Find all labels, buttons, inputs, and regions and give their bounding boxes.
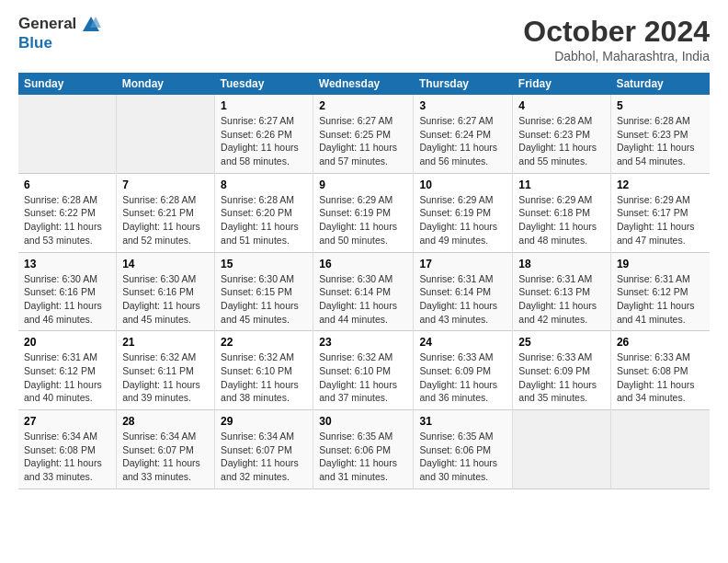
calendar-cell: 5Sunrise: 6:28 AM Sunset: 6:23 PM Daylig…: [610, 95, 710, 173]
day-info: Sunrise: 6:31 AM Sunset: 6:12 PM Dayligh…: [24, 350, 110, 405]
day-info: Sunrise: 6:33 AM Sunset: 6:09 PM Dayligh…: [518, 350, 605, 405]
calendar-cell: 20Sunrise: 6:31 AM Sunset: 6:12 PM Dayli…: [18, 331, 117, 410]
day-info: Sunrise: 6:34 AM Sunset: 6:08 PM Dayligh…: [24, 430, 110, 484]
calendar-cell: 15Sunrise: 6:30 AM Sunset: 6:15 PM Dayli…: [215, 252, 313, 331]
title-block: October 2024 Dabhol, Maharashtra, India: [523, 15, 710, 63]
day-info: Sunrise: 6:29 AM Sunset: 6:18 PM Dayligh…: [518, 193, 605, 247]
calendar-table: SundayMondayTuesdayWednesdayThursdayFrid…: [18, 73, 710, 489]
calendar-cell: 23Sunrise: 6:32 AM Sunset: 6:10 PM Dayli…: [313, 331, 414, 410]
calendar-cell: 28Sunrise: 6:34 AM Sunset: 6:07 PM Dayli…: [117, 410, 215, 489]
calendar-cell: 2Sunrise: 6:27 AM Sunset: 6:25 PM Daylig…: [313, 95, 414, 173]
day-number: 15: [221, 258, 307, 270]
day-number: 7: [122, 178, 209, 191]
day-info: Sunrise: 6:31 AM Sunset: 6:12 PM Dayligh…: [617, 272, 704, 327]
day-number: 21: [122, 336, 209, 349]
calendar-cell: 26Sunrise: 6:33 AM Sunset: 6:08 PM Dayli…: [610, 331, 710, 410]
calendar-cell: 16Sunrise: 6:30 AM Sunset: 6:14 PM Dayli…: [313, 252, 414, 331]
week-row-4: 20Sunrise: 6:31 AM Sunset: 6:12 PM Dayli…: [18, 331, 710, 410]
day-info: Sunrise: 6:28 AM Sunset: 6:20 PM Dayligh…: [221, 193, 307, 247]
day-info: Sunrise: 6:30 AM Sunset: 6:15 PM Dayligh…: [221, 272, 307, 327]
day-info: Sunrise: 6:32 AM Sunset: 6:10 PM Dayligh…: [221, 350, 307, 405]
week-row-3: 13Sunrise: 6:30 AM Sunset: 6:16 PM Dayli…: [18, 252, 710, 331]
day-info: Sunrise: 6:34 AM Sunset: 6:07 PM Dayligh…: [221, 430, 307, 484]
day-number: 16: [319, 258, 407, 270]
day-info: Sunrise: 6:32 AM Sunset: 6:10 PM Dayligh…: [319, 350, 407, 405]
day-number: 22: [221, 336, 307, 349]
day-info: Sunrise: 6:35 AM Sunset: 6:06 PM Dayligh…: [319, 430, 407, 484]
calendar-cell: 25Sunrise: 6:33 AM Sunset: 6:09 PM Dayli…: [513, 331, 611, 410]
col-header-sunday: Sunday: [18, 73, 117, 95]
day-number: 9: [319, 178, 407, 191]
day-info: Sunrise: 6:29 AM Sunset: 6:19 PM Dayligh…: [419, 193, 506, 247]
calendar-cell: 6Sunrise: 6:28 AM Sunset: 6:22 PM Daylig…: [18, 173, 117, 252]
calendar-cell: 18Sunrise: 6:31 AM Sunset: 6:13 PM Dayli…: [513, 252, 611, 331]
week-row-1: 1Sunrise: 6:27 AM Sunset: 6:26 PM Daylig…: [18, 95, 710, 173]
logo: General Blue: [18, 15, 101, 52]
col-header-saturday: Saturday: [610, 73, 710, 95]
calendar-cell: [18, 95, 117, 173]
calendar-cell: 21Sunrise: 6:32 AM Sunset: 6:11 PM Dayli…: [117, 331, 215, 410]
day-number: 20: [24, 336, 110, 349]
calendar-cell: [513, 410, 611, 489]
day-info: Sunrise: 6:31 AM Sunset: 6:14 PM Dayligh…: [419, 272, 506, 327]
day-number: 11: [518, 178, 605, 191]
week-row-2: 6Sunrise: 6:28 AM Sunset: 6:22 PM Daylig…: [18, 173, 710, 252]
header: General Blue October 2024 Dabhol, Mahara…: [18, 15, 710, 63]
calendar-cell: 8Sunrise: 6:28 AM Sunset: 6:20 PM Daylig…: [215, 173, 313, 252]
day-number: 5: [617, 99, 704, 112]
week-row-5: 27Sunrise: 6:34 AM Sunset: 6:08 PM Dayli…: [18, 410, 710, 489]
day-number: 12: [617, 178, 704, 191]
calendar-cell: 17Sunrise: 6:31 AM Sunset: 6:14 PM Dayli…: [414, 252, 513, 331]
calendar-cell: 10Sunrise: 6:29 AM Sunset: 6:19 PM Dayli…: [414, 173, 513, 252]
calendar-cell: 31Sunrise: 6:35 AM Sunset: 6:06 PM Dayli…: [414, 410, 513, 489]
day-number: 24: [419, 336, 506, 349]
day-info: Sunrise: 6:31 AM Sunset: 6:13 PM Dayligh…: [518, 272, 605, 327]
day-number: 27: [24, 415, 110, 428]
day-info: Sunrise: 6:28 AM Sunset: 6:23 PM Dayligh…: [617, 114, 704, 168]
day-number: 2: [319, 99, 407, 112]
day-info: Sunrise: 6:27 AM Sunset: 6:24 PM Dayligh…: [419, 114, 506, 168]
main-title: October 2024: [523, 15, 710, 49]
calendar-cell: 24Sunrise: 6:33 AM Sunset: 6:09 PM Dayli…: [414, 331, 513, 410]
calendar-cell: 1Sunrise: 6:27 AM Sunset: 6:26 PM Daylig…: [215, 95, 313, 173]
col-header-friday: Friday: [513, 73, 611, 95]
day-number: 8: [221, 178, 307, 191]
calendar-cell: 13Sunrise: 6:30 AM Sunset: 6:16 PM Dayli…: [18, 252, 117, 331]
day-info: Sunrise: 6:30 AM Sunset: 6:14 PM Dayligh…: [319, 272, 407, 327]
day-info: Sunrise: 6:34 AM Sunset: 6:07 PM Dayligh…: [122, 430, 209, 484]
calendar-cell: 19Sunrise: 6:31 AM Sunset: 6:12 PM Dayli…: [610, 252, 710, 331]
subtitle: Dabhol, Maharashtra, India: [523, 49, 710, 63]
day-number: 6: [24, 178, 110, 191]
header-row: SundayMondayTuesdayWednesdayThursdayFrid…: [18, 73, 710, 95]
day-info: Sunrise: 6:27 AM Sunset: 6:26 PM Dayligh…: [221, 114, 307, 168]
day-number: 30: [319, 415, 407, 428]
col-header-thursday: Thursday: [414, 73, 513, 95]
day-info: Sunrise: 6:32 AM Sunset: 6:11 PM Dayligh…: [122, 350, 209, 405]
day-number: 3: [419, 99, 506, 112]
calendar-cell: 29Sunrise: 6:34 AM Sunset: 6:07 PM Dayli…: [215, 410, 313, 489]
col-header-tuesday: Tuesday: [215, 73, 313, 95]
day-number: 14: [122, 258, 209, 270]
day-number: 18: [518, 258, 605, 270]
day-info: Sunrise: 6:29 AM Sunset: 6:19 PM Dayligh…: [319, 193, 407, 247]
day-number: 4: [518, 99, 605, 112]
day-info: Sunrise: 6:30 AM Sunset: 6:16 PM Dayligh…: [122, 272, 209, 327]
day-info: Sunrise: 6:35 AM Sunset: 6:06 PM Dayligh…: [419, 430, 506, 484]
day-number: 28: [122, 415, 209, 428]
day-info: Sunrise: 6:27 AM Sunset: 6:25 PM Dayligh…: [319, 114, 407, 168]
logo-blue: Blue: [18, 35, 101, 52]
day-info: Sunrise: 6:33 AM Sunset: 6:08 PM Dayligh…: [617, 350, 704, 405]
day-info: Sunrise: 6:28 AM Sunset: 6:23 PM Dayligh…: [518, 114, 605, 168]
day-info: Sunrise: 6:28 AM Sunset: 6:21 PM Dayligh…: [122, 193, 209, 247]
calendar-cell: [610, 410, 710, 489]
day-number: 26: [617, 336, 704, 349]
day-number: 29: [221, 415, 307, 428]
day-info: Sunrise: 6:33 AM Sunset: 6:09 PM Dayligh…: [419, 350, 506, 405]
day-info: Sunrise: 6:30 AM Sunset: 6:16 PM Dayligh…: [24, 272, 110, 327]
col-header-monday: Monday: [117, 73, 215, 95]
calendar-cell: 9Sunrise: 6:29 AM Sunset: 6:19 PM Daylig…: [313, 173, 414, 252]
day-number: 10: [419, 178, 506, 191]
calendar-cell: 4Sunrise: 6:28 AM Sunset: 6:23 PM Daylig…: [513, 95, 611, 173]
calendar-cell: [117, 95, 215, 173]
day-number: 13: [24, 258, 110, 270]
